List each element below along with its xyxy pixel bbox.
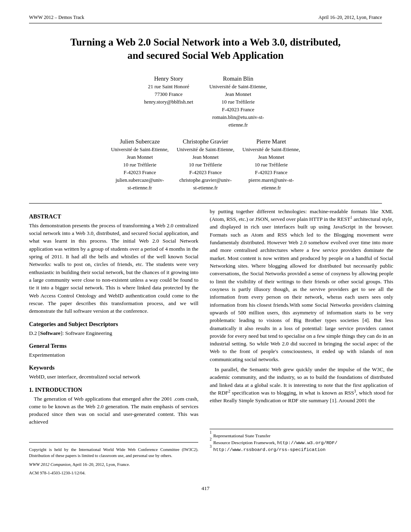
- author-email: christophe.gravier@univ-st-etienne.fr: [176, 177, 234, 192]
- footnote-divider: [210, 429, 393, 429]
- author-affiliation: Université de Saint-Etienne,Jean Monnet1…: [111, 146, 168, 177]
- right-column: by putting together different technologi…: [210, 208, 393, 479]
- author-affiliation: Université de Saint-Etienne,Jean Monnet1…: [176, 146, 234, 177]
- abstract-heading: ABSTRACT: [29, 213, 198, 220]
- author-affiliation: 21 rue Saint Honoré77300 France: [144, 83, 193, 98]
- left-column: ABSTRACT This demonstration presents the…: [29, 208, 198, 479]
- introduction-text: The generation of Web applications that …: [29, 395, 198, 426]
- author-email: julien.subercaze@univ-st-etienne.fr: [111, 177, 168, 192]
- author-christophe-gravier: Christophe Gravier Université de Saint-E…: [176, 137, 234, 192]
- author-affiliation: Université de Saint-Etienne,Jean Monnet1…: [209, 83, 267, 114]
- author-name: Romain Blin: [209, 74, 267, 83]
- author-affiliation: Université de Saint-Etienne,Jean Monnet1…: [243, 146, 300, 177]
- two-column-content: ABSTRACT This demonstration presents the…: [29, 208, 382, 479]
- general-terms-text: Experimentation: [29, 351, 198, 359]
- author-romain-blin: Romain Blin Université de Saint-Etienne,…: [209, 74, 267, 129]
- footnote-1-text: Representational State Transfer: [213, 432, 270, 439]
- categories-text: D.2 [Software]: Software Engineering: [29, 329, 198, 337]
- author-name: Pierre Maret: [243, 137, 300, 146]
- author-henry-story: Henry Story 21 rue Saint Honoré77300 Fra…: [144, 74, 193, 129]
- footnote-2: 2Resource Description Framework, http://…: [210, 439, 393, 447]
- header-left: WWW 2012 – Demos Track: [29, 15, 84, 21]
- page: WWW 2012 – Demos Track April 16–20, 2012…: [0, 0, 411, 532]
- copyright-text1: Copyright is held by the International W…: [29, 447, 198, 459]
- keywords-heading: Keywords: [29, 364, 198, 371]
- footnotes: 1Representational State Transfer 2Resour…: [210, 432, 393, 453]
- general-terms-heading: General Terms: [29, 343, 198, 349]
- authors-row2: Julien Subercaze Université de Saint-Eti…: [29, 137, 382, 192]
- keywords-text: WebID, user interface, decentralized soc…: [29, 373, 198, 380]
- page-header: WWW 2012 – Demos Track April 16–20, 2012…: [29, 15, 382, 23]
- footnote-1: 1Representational State Transfer: [210, 432, 393, 439]
- copyright-block: Copyright is held by the International W…: [29, 447, 198, 476]
- footnote-3: 3http://www.rssboard.org/rss-specificati…: [210, 447, 393, 453]
- page-number: 417: [29, 485, 382, 492]
- author-email: romain.blin@etu.univ-st-etienne.fr: [209, 114, 267, 129]
- right-col-para2: In parallel, the Semantic Web grew quick…: [210, 366, 393, 405]
- header-right: April 16–20, 2012, Lyon, France: [318, 15, 382, 21]
- footnote-ref-3: 3: [354, 389, 356, 393]
- author-pierre-maret: Pierre Maret Université de Saint-Etienne…: [243, 137, 300, 192]
- copyright-text2: WWW 2012 Companion, April 16–20, 2012, L…: [29, 461, 198, 468]
- introduction-heading: 1. INTRODUCTION: [29, 387, 198, 393]
- abstract-text: This demonstration presents the process …: [29, 222, 198, 315]
- copyright-divider: [29, 442, 198, 443]
- author-name: Julien Subercaze: [111, 137, 168, 146]
- footnote-2-text: Resource Description Framework, http://w…: [213, 439, 337, 447]
- copyright-text3: ACM 978-1-4503-1230-1/12/04.: [29, 470, 198, 476]
- author-email: henry.story@bblfish.net: [144, 98, 193, 106]
- author-email: pierre.maret@univ-st-etienne.fr: [243, 177, 300, 192]
- footnote-ref-2: 2: [228, 389, 230, 393]
- section-divider: [29, 203, 382, 204]
- author-name: Christophe Gravier: [176, 137, 234, 146]
- footnote-ref-1: 1: [350, 216, 352, 220]
- categories-heading: Categories and Subject Descriptors: [29, 321, 198, 328]
- paper-title: Turning a Web 2.0 Social Network into a …: [64, 35, 347, 62]
- authors-row1: Henry Story 21 rue Saint Honoré77300 Fra…: [29, 74, 382, 129]
- author-julien-subercaze: Julien Subercaze Université de Saint-Eti…: [111, 137, 168, 192]
- right-col-para1: by putting together different technologi…: [210, 208, 393, 363]
- author-name: Henry Story: [144, 74, 193, 83]
- footnote-3-text: http://www.rssboard.org/rss-specificatio…: [213, 447, 326, 453]
